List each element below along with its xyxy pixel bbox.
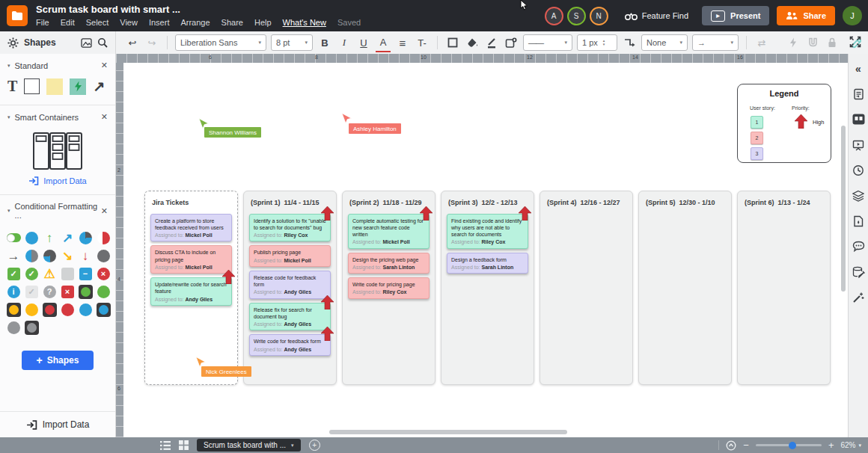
stepper-arrows-icon[interactable]: ▴▾ [603,39,605,47]
board-column[interactable]: (Sprint 4) 12/16 - 12/27 [540,191,633,385]
traffic-light-green-icon[interactable] [77,283,94,300]
half-blue-gray-icon[interactable] [23,247,40,264]
lucid-logo[interactable] [7,5,28,26]
traffic-light-blue-icon[interactable] [95,301,111,318]
revision-history-icon[interactable] [852,163,866,177]
lightning-shape[interactable] [70,78,86,95]
sticky-note-shape[interactable] [46,78,63,95]
info-circle-blue-icon[interactable]: i [5,283,22,300]
italic-button[interactable]: I [337,34,352,52]
undo-button[interactable]: ↩ [125,34,140,52]
status-circle-yellow-icon[interactable] [23,301,40,318]
task-card[interactable]: Write code for pricing pageAssigned to: … [348,277,430,298]
line-color-button[interactable] [484,34,499,52]
check-circle-green-icon[interactable]: ✓ [23,265,40,282]
text-color-button[interactable]: A [376,33,391,52]
zoom-slider-knob[interactable] [789,442,796,449]
close-icon[interactable]: ✕ [101,206,108,216]
half-red-white-icon[interactable] [95,229,111,246]
task-card[interactable]: Identify a solution to fix "unable to se… [249,214,331,242]
board-column[interactable]: (Sprint 3) 12/2 - 12/13Find existing cod… [441,191,534,385]
legend-shape[interactable]: LegendUser story:Priority:123High [737,84,831,163]
smart-containers-section-header[interactable]: ▾ Smart Containers ✕ [0,105,115,126]
share-button[interactable]: Share [777,6,835,25]
priority-high-arrow-icon[interactable] [222,270,235,286]
task-card[interactable]: Find existing code and identify why user… [447,214,528,249]
page-grid-icon[interactable] [179,440,189,450]
horizontal-scrollbar[interactable] [329,430,567,434]
line-weight-stepper[interactable]: 1 px ▴▾ [577,34,617,51]
priority-high-arrow-icon[interactable] [420,206,433,222]
zoom-slider[interactable] [756,444,822,446]
user-story-swatch[interactable]: 1 [751,116,763,129]
task-card[interactable]: Update/rewrite code for search featureAs… [150,277,232,306]
menu-select[interactable]: Select [86,18,109,27]
traffic-light-gray-icon[interactable] [23,319,40,336]
arrow-shape[interactable]: ↗ [93,78,105,95]
magic-wand-icon[interactable] [852,290,866,304]
rectangle-shape[interactable] [24,78,40,94]
fullscreen-icon[interactable] [849,36,861,51]
layers-icon[interactable] [852,188,866,203]
feature-find-button[interactable]: Feature Find [625,11,688,20]
menu-file[interactable]: File [36,18,49,27]
page-list-icon[interactable] [160,441,171,450]
status-circle-green-icon[interactable] [95,283,111,300]
task-card[interactable]: Create a platform to store feedback rece… [150,214,232,242]
x-square-red-icon[interactable]: × [59,283,76,300]
menu-edit[interactable]: Edit [61,18,75,27]
square-lightgray-icon[interactable] [59,265,76,282]
page-settings-icon[interactable] [852,214,866,228]
notes-doc-icon[interactable] [852,87,866,101]
pie-blue-quarter-icon[interactable] [77,229,94,246]
underline-button[interactable]: U [356,34,371,52]
menu-view[interactable]: View [120,18,138,27]
task-card[interactable]: Design the pricing web pageAssigned to: … [348,253,430,274]
connector-type-button[interactable] [622,34,637,52]
add-page-button[interactable]: + [309,440,320,451]
task-card[interactable]: Design a feedback formAssigned to: Sarah… [447,253,528,274]
collapse-dock-icon[interactable]: « [852,61,866,76]
comments-icon[interactable] [852,239,866,253]
text-align-button[interactable]: ≡ [395,34,410,52]
conditional-formatting-section-header[interactable]: ▾ Conditional Formatting ... ✕ [0,195,115,224]
x-circle-red-icon[interactable]: × [95,265,111,282]
redo-button[interactable]: ↪ [144,34,159,52]
board-column[interactable]: (Sprint 2) 11/18 - 11/29Complete automat… [342,191,435,385]
arrow-up-green-icon[interactable]: ↑ [41,229,58,246]
priority-high-arrow-icon[interactable] [321,295,334,311]
collapse-triangle-icon[interactable]: ▾ [7,114,10,120]
fit-to-screen-icon[interactable] [726,440,736,451]
shape-style-button[interactable] [504,34,519,52]
data-linking-icon[interactable] [852,265,866,279]
shape-outline-button[interactable] [445,34,460,52]
minus-square-blue-icon[interactable]: − [77,265,94,282]
collapse-triangle-icon[interactable]: ▾ [7,63,10,69]
collaborator-avatar[interactable]: S [567,7,586,25]
check-square-green-icon[interactable]: ✓ [5,265,22,282]
drawing-canvas[interactable]: Jira TicketsCreate a platform to store f… [123,63,848,437]
task-card[interactable]: Release code for feedback formAssigned t… [249,271,331,299]
font-family-select[interactable]: Liberation Sans ▾ [175,34,266,51]
collaborator-avatar[interactable]: N [590,7,608,25]
menu-share[interactable]: Share [221,18,243,27]
zoom-level-select[interactable]: 62% ▾ [840,441,861,449]
warning-triangle-icon[interactable]: ⚠ [41,265,58,282]
font-size-select[interactable]: 8 pt ▾ [271,34,313,51]
arrow-downright-yellow-icon[interactable]: ↘ [59,247,76,264]
task-card[interactable]: Write code for feedback formAssigned to:… [249,334,331,355]
status-circle-blue-icon[interactable] [23,229,40,246]
check-square-pale-icon[interactable]: ✓ [23,283,40,300]
search-icon[interactable] [97,37,108,48]
status-circle-gray-icon[interactable] [5,319,22,336]
traffic-light-red-icon[interactable] [41,301,58,318]
task-card[interactable]: Release fix for search for document bugA… [249,303,331,331]
menu-insert[interactable]: Insert [149,18,170,27]
priority-high-arrow-icon[interactable] [321,206,334,222]
slideshow-icon[interactable] [852,138,866,152]
status-circle-red-icon[interactable] [59,301,76,318]
arrow-down-red-icon[interactable]: ↓ [77,247,94,264]
priority-high-arrow-icon[interactable] [321,327,334,342]
menu-arrange[interactable]: Arrange [180,18,210,27]
close-icon[interactable]: ✕ [101,112,108,122]
